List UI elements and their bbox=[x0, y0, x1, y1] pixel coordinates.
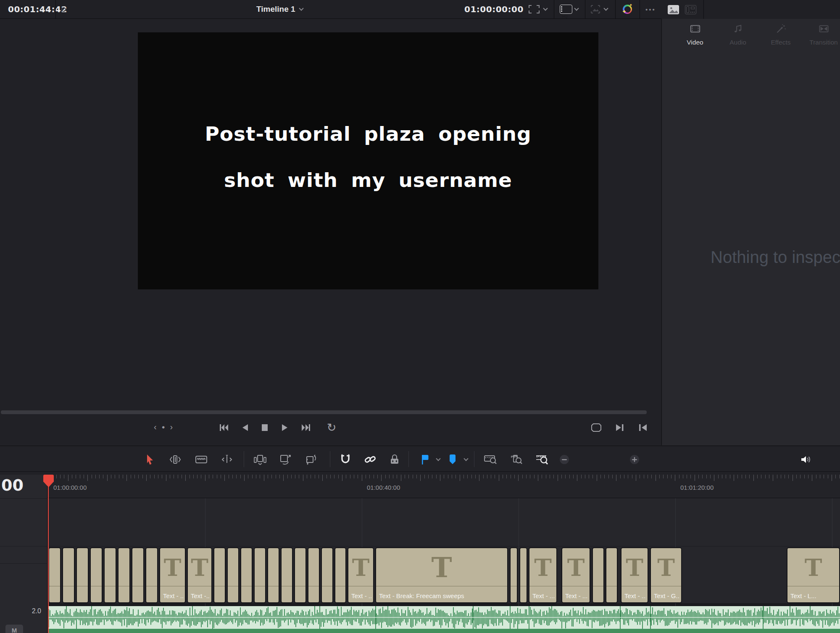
effects-icon bbox=[775, 23, 787, 36]
timeline-text-clip[interactable]: TText - ... bbox=[159, 547, 186, 603]
snapping-button[interactable] bbox=[338, 452, 353, 467]
timeline-text-clip[interactable]: TText - G... bbox=[650, 547, 682, 603]
loop-playback-button[interactable]: ↻ bbox=[324, 420, 339, 435]
more-options-icon: ••• bbox=[645, 6, 656, 13]
jog-right-icon[interactable]: › bbox=[170, 422, 173, 432]
hq-film-icon: HQ bbox=[560, 5, 572, 14]
timeline-text-clip[interactable] bbox=[254, 547, 266, 603]
go-to-first-frame-button[interactable] bbox=[216, 420, 231, 435]
title-clip-icon: T bbox=[787, 549, 839, 586]
viewer-scrollbar[interactable] bbox=[1, 410, 647, 414]
timeline-text-clip[interactable] bbox=[267, 547, 279, 603]
timeline-proxy-quality-button[interactable]: HQ bbox=[560, 3, 572, 15]
audio-monitor-button[interactable] bbox=[799, 452, 814, 467]
timeline-text-clip[interactable] bbox=[118, 547, 130, 603]
zoom-out-button[interactable] bbox=[557, 452, 571, 467]
timeline-text-clip[interactable] bbox=[213, 547, 226, 603]
position-lock-button[interactable] bbox=[387, 452, 402, 467]
inspector-controls-view-button[interactable] bbox=[685, 4, 696, 16]
jog-shuttle-icon[interactable]: ● bbox=[162, 424, 165, 430]
play-to-out-button[interactable] bbox=[613, 420, 627, 435]
transform-overlay-button[interactable] bbox=[590, 3, 601, 15]
replace-clip-button[interactable] bbox=[304, 452, 318, 467]
playhead-line[interactable] bbox=[48, 475, 49, 633]
transform-overlay-dropdown[interactable] bbox=[604, 3, 608, 15]
razor-edit-mode-button[interactable] bbox=[194, 452, 208, 467]
proxy-quality-dropdown[interactable] bbox=[575, 3, 578, 15]
loop-icon: ↻ bbox=[327, 422, 337, 433]
divider bbox=[703, 0, 704, 19]
timeline-text-clip[interactable]: TText - ... bbox=[348, 547, 374, 603]
marker-button[interactable] bbox=[445, 452, 460, 467]
timeline-text-clip[interactable] bbox=[62, 547, 75, 603]
viewer-overlay-dropdown[interactable] bbox=[544, 3, 547, 15]
audio-mute-button[interactable]: M bbox=[5, 625, 23, 633]
timeline-text-clip[interactable] bbox=[281, 547, 293, 603]
timeline-selector-label: Timeline 1 bbox=[256, 5, 295, 14]
tab-video[interactable]: Video bbox=[679, 23, 711, 46]
timeline-text-clip[interactable] bbox=[104, 547, 116, 603]
match-frame-button[interactable] bbox=[589, 420, 603, 435]
stop-button[interactable] bbox=[258, 420, 272, 435]
timeline-text-clip[interactable]: TText -... bbox=[187, 547, 212, 603]
zoom-full-extent-button[interactable] bbox=[483, 452, 498, 467]
marker-color-dropdown[interactable] bbox=[459, 452, 473, 467]
play-button[interactable] bbox=[278, 420, 292, 435]
timeline-start-timecode-display[interactable]: 01:00:00:00 bbox=[464, 4, 524, 14]
overwrite-clip-button[interactable] bbox=[279, 452, 293, 467]
linked-selection-button[interactable] bbox=[363, 452, 377, 467]
status-dot-icon bbox=[61, 7, 66, 12]
playhead-timecode-display[interactable]: 00:01:44:42 bbox=[8, 4, 67, 14]
timeline-text-clip[interactable] bbox=[519, 547, 527, 603]
audio-track-channels-label: 2.0 bbox=[32, 607, 41, 615]
play-reverse-button[interactable] bbox=[238, 420, 252, 435]
flag-button[interactable] bbox=[418, 452, 432, 467]
timeline-ruler[interactable]: 01:00:00:0001:00:40:0001:01:20:00 bbox=[0, 475, 840, 498]
trim-edit-mode-button[interactable] bbox=[168, 452, 182, 467]
transport-controls: ‹ ● › ↻ bbox=[0, 415, 661, 445]
video-icon bbox=[690, 23, 701, 36]
play-from-in-button[interactable] bbox=[636, 420, 650, 435]
timeline-text-clip[interactable] bbox=[510, 547, 518, 603]
tab-transition[interactable]: Transition bbox=[807, 23, 840, 46]
jog-left-icon[interactable]: ‹ bbox=[154, 422, 157, 432]
timeline-text-clip[interactable] bbox=[592, 547, 604, 603]
title-clip-icon: T bbox=[160, 549, 185, 586]
tab-effects[interactable]: Effects bbox=[764, 23, 797, 46]
timeline-text-clip[interactable] bbox=[294, 547, 306, 603]
timeline-text-clip[interactable] bbox=[227, 547, 239, 603]
timeline-text-clip[interactable] bbox=[606, 547, 618, 603]
inspector-media-view-button[interactable] bbox=[668, 4, 679, 16]
timeline-text-clip[interactable] bbox=[48, 547, 61, 603]
zoom-custom-button[interactable] bbox=[535, 452, 549, 467]
timeline-text-clip[interactable] bbox=[145, 547, 158, 603]
timeline-text-clip[interactable] bbox=[321, 547, 333, 603]
chevron-down-icon bbox=[543, 6, 548, 11]
timeline-text-clip[interactable] bbox=[334, 547, 346, 603]
tab-label: Audio bbox=[729, 39, 746, 46]
timeline-text-clip[interactable]: TText - ... bbox=[621, 547, 648, 603]
resolve-fx-button[interactable]: ✦✦ bbox=[623, 3, 632, 15]
timeline-text-clip[interactable] bbox=[76, 547, 89, 603]
flag-color-dropdown[interactable] bbox=[431, 452, 445, 467]
timeline-text-clip[interactable] bbox=[308, 547, 320, 603]
timeline-text-clip[interactable]: TText - ... bbox=[561, 547, 590, 603]
timeline-text-clip[interactable]: TText - ... bbox=[529, 547, 557, 603]
timeline-text-clip[interactable]: TText - L... bbox=[787, 547, 840, 603]
clip-label: Text - ... bbox=[565, 592, 588, 599]
insert-clip-button[interactable] bbox=[253, 452, 267, 467]
dynamic-trim-mode-button[interactable] bbox=[220, 452, 234, 467]
audio-clip-waveform[interactable] bbox=[48, 606, 840, 629]
timeline-selector[interactable]: Timeline 1 bbox=[256, 5, 303, 14]
viewer-options-button[interactable]: ••• bbox=[645, 3, 656, 15]
selection-mode-button[interactable] bbox=[143, 452, 157, 467]
timeline-text-clip[interactable] bbox=[90, 547, 103, 603]
timeline-text-clip[interactable]: TText - Break: Freecam sweeps bbox=[375, 547, 508, 603]
timeline-text-clip[interactable] bbox=[132, 547, 144, 603]
zoom-detail-button[interactable] bbox=[509, 452, 524, 467]
go-to-last-frame-button[interactable] bbox=[299, 420, 313, 435]
zoom-in-button[interactable] bbox=[627, 452, 642, 467]
timeline-text-clip[interactable] bbox=[240, 547, 253, 603]
viewer-overlay-button[interactable] bbox=[529, 3, 540, 15]
tab-audio[interactable]: Audio bbox=[722, 23, 754, 46]
